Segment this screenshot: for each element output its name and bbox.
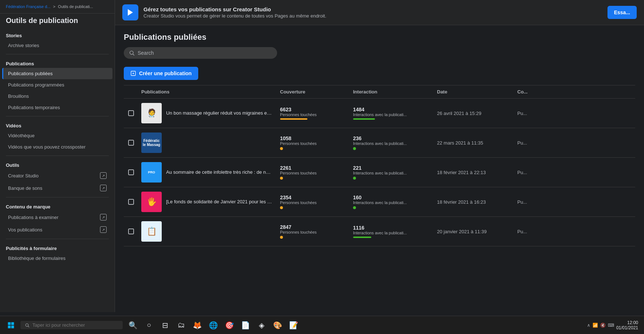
pub-cell-1: 🧑‍⚕️ Un bon massage régulier réduit vos … xyxy=(138,103,277,123)
table-row: 🧑‍⚕️ Un bon massage régulier réduit vos … xyxy=(124,99,635,128)
interaction-cell-1: 1484 Interactions avec la publicati... xyxy=(350,107,434,120)
taskbar-clock[interactable]: 12:0001/01/2021 xyxy=(616,320,638,330)
taskbar-icon-chrome[interactable]: 🌐 xyxy=(206,318,221,333)
status-cell-2: Pu... xyxy=(514,140,544,146)
row-checkbox-2[interactable] xyxy=(128,140,134,146)
svg-point-1 xyxy=(130,51,133,54)
taskbar-icon-app1[interactable]: 🎯 xyxy=(222,318,237,333)
pub-thumbnail-2: Fédératic le Massag xyxy=(141,133,162,153)
breadcrumb: Fédération Française d... > Outils de pu… xyxy=(6,4,109,9)
pub-thumbnail-5: 📋 xyxy=(141,221,162,242)
pub-cell-2: Fédératic le Massag xyxy=(138,133,277,153)
checkbox-cell-3[interactable] xyxy=(124,169,138,175)
create-publication-button[interactable]: Créer une publication xyxy=(124,67,198,80)
arrow-icon: ↗ xyxy=(100,185,107,191)
taskbar-icon-task-view[interactable]: ⊟ xyxy=(158,318,172,333)
coverage-cell-5: 2847 Personnes touchées xyxy=(277,224,350,239)
table-row: 🖐️ [Le fonds de solidarité de Janvier 20… xyxy=(124,187,635,217)
sidebar-section-stories: Stories xyxy=(0,29,115,40)
taskbar-icon-explorer[interactable]: 🗂 xyxy=(174,318,188,333)
banner-title: Gérez toutes vos publications sur Creato… xyxy=(143,6,326,12)
interaction-label-2: Interactions avec la publicati... xyxy=(353,141,431,146)
svg-rect-7 xyxy=(11,322,14,325)
checkbox-cell-2[interactable] xyxy=(124,140,138,146)
start-button[interactable] xyxy=(3,317,19,333)
coverage-label-1: Personnes touchées xyxy=(280,112,347,117)
interaction-cell-5: 1116 Interactions avec la publicati... xyxy=(350,225,434,238)
taskbar-icon-firefox[interactable]: 🦊 xyxy=(190,318,204,333)
sidebar-item-banque-sons[interactable]: Banque de sons ↗ xyxy=(2,182,112,194)
taskbar-icon-app4[interactable]: 📝 xyxy=(286,318,301,333)
checkbox-cell-1[interactable] xyxy=(124,110,138,116)
sidebar-item-publications-publiees[interactable]: Publications publiées xyxy=(2,68,112,79)
interaction-label-1: Interactions avec la publicati... xyxy=(353,112,431,117)
taskbar-icon-cortana[interactable]: ○ xyxy=(142,318,156,333)
taskbar-icon-app3[interactable]: ◈ xyxy=(254,318,269,333)
taskbar-app-icons: 🔍 ○ ⊟ 🗂 🦊 🌐 🎯 📄 ◈ 🎨 📝 xyxy=(126,318,301,333)
checkbox-cell-5[interactable] xyxy=(124,229,138,234)
taskbar-search-bar[interactable] xyxy=(20,321,123,329)
coverage-number-1: 6623 xyxy=(280,107,347,112)
interaction-bar-5 xyxy=(353,237,382,238)
tray-wifi-icon[interactable]: 📶 xyxy=(593,323,598,328)
play-icon xyxy=(126,8,135,17)
row-checkbox-3[interactable] xyxy=(128,169,134,175)
page-title: Publications publiées xyxy=(124,32,635,42)
taskbar-search-input[interactable] xyxy=(32,322,118,328)
checkbox-cell-4[interactable] xyxy=(124,199,138,205)
date-cell-1: 26 avril 2021 à 15:29 xyxy=(434,111,514,116)
sidebar-section-publications: Publications xyxy=(0,57,115,68)
tray-volume-icon[interactable]: 🔇 xyxy=(600,323,606,328)
coverage-bar-1 xyxy=(280,118,309,120)
sidebar-item-publications-programmees[interactable]: Publications programmées xyxy=(2,79,112,91)
taskbar-icon-search[interactable]: 🔍 xyxy=(126,318,140,333)
sidebar-item-bibliotheque-formulaires[interactable]: Bibliothèque de formulaires xyxy=(2,253,112,264)
creator-studio-icon xyxy=(122,4,138,20)
create-button-label: Créer une publication xyxy=(139,70,192,76)
sidebar-item-vos-publications[interactable]: Vos publications ↗ xyxy=(2,223,112,236)
bar-fill-1 xyxy=(280,118,307,120)
sidebar-item-creator-studio[interactable]: Creator Studio ↗ xyxy=(2,169,112,182)
coverage-number-4: 2354 xyxy=(280,195,347,200)
sidebar-item-brouillons[interactable]: Brouillons xyxy=(2,91,112,102)
table-header: Publications Couverture Interaction Date… xyxy=(124,85,635,99)
pub-text-1: Un bon massage régulier réduit vos migra… xyxy=(166,110,272,116)
taskbar-search-icon xyxy=(25,323,30,328)
taskbar-icon-illustrator[interactable]: 🎨 xyxy=(270,318,285,333)
banner-text: Gérez toutes vos publications sur Creato… xyxy=(143,6,326,19)
taskbar-icon-app2[interactable]: 📄 xyxy=(238,318,253,333)
tray-keyboard-icon[interactable]: ⌨ xyxy=(608,323,614,328)
status-cell-3: Pu... xyxy=(514,170,544,175)
sidebar: Fédération Française d... > Outils de pu… xyxy=(0,0,115,312)
sidebar-item-publications-examiner[interactable]: Publications à examiner ↗ xyxy=(2,211,112,223)
svg-rect-8 xyxy=(8,325,11,328)
interaction-number-3: 221 xyxy=(353,165,431,171)
sidebar-item-videos-crosspost[interactable]: Vidéos que vous pouvez crossposter xyxy=(2,141,112,153)
interaction-number-2: 236 xyxy=(353,135,431,141)
coverage-cell-4: 2354 Personnes touchées xyxy=(277,195,350,209)
arrow-icon: ↗ xyxy=(100,172,107,179)
taskbar-system-tray: ∧ 📶 🔇 ⌨ 12:0001/01/2021 xyxy=(587,320,641,330)
search-input[interactable] xyxy=(138,50,272,56)
row-checkbox-1[interactable] xyxy=(128,110,134,116)
try-creator-studio-button[interactable]: Essa... xyxy=(607,6,637,19)
search-bar[interactable] xyxy=(124,47,277,59)
col-couverture: Couverture xyxy=(277,89,350,95)
interaction-label-3: Interactions avec la publicati... xyxy=(353,171,431,175)
sidebar-item-archive-stories[interactable]: Archive stories xyxy=(2,40,112,51)
svg-marker-0 xyxy=(128,9,133,16)
col-checkbox xyxy=(124,89,138,95)
sidebar-item-videotheque[interactable]: Vidéothèque xyxy=(2,130,112,141)
sidebar-item-publications-temporaires[interactable]: Publications temporaires xyxy=(2,102,112,113)
row-checkbox-5[interactable] xyxy=(128,229,134,234)
tray-chevron[interactable]: ∧ xyxy=(587,323,590,328)
coverage-cell-1: 6623 Personnes touchées xyxy=(277,107,350,120)
table-row: Fédératic le Massag 1058 Personnes touch… xyxy=(124,128,635,158)
divider-1 xyxy=(6,54,109,54)
date-cell-3: 18 février 2021 à 22:13 xyxy=(434,170,514,175)
row-checkbox-4[interactable] xyxy=(128,199,134,205)
coverage-label-4: Personnes touchées xyxy=(280,200,347,205)
interaction-number-5: 1116 xyxy=(353,225,431,231)
search-icon xyxy=(129,50,135,56)
interaction-number-4: 160 xyxy=(353,195,431,200)
